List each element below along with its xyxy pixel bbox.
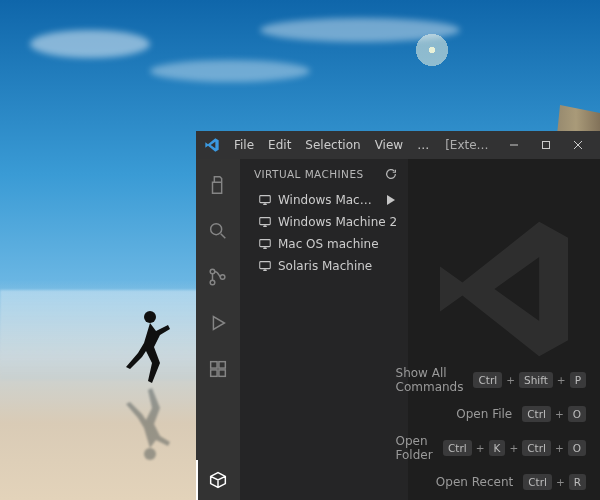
kbd-key: Ctrl	[473, 372, 502, 388]
vm-icon	[258, 193, 272, 207]
activity-explorer[interactable]	[196, 165, 240, 205]
play-icon[interactable]	[382, 192, 398, 208]
vm-tree-item[interactable]: Windows Machine (1)	[248, 189, 404, 211]
activity-virtual-machines[interactable]	[196, 460, 240, 500]
window-title: [Extension Development H…	[437, 138, 496, 152]
svg-rect-7	[211, 362, 217, 368]
svg-point-4	[210, 269, 215, 274]
svg-rect-13	[260, 240, 271, 247]
menu-file[interactable]: File	[228, 131, 260, 159]
svg-point-1	[144, 448, 156, 460]
plus-separator: +	[476, 442, 485, 454]
cloud	[30, 30, 150, 58]
sidebar: VIRTUAL MACHINES Windows Machine (1)Wind…	[240, 159, 408, 500]
kbd-key: P	[570, 372, 586, 388]
vm-tree-item[interactable]: Windows Machine 2	[248, 211, 404, 233]
welcome-tip: Open RecentCtrl+R	[436, 474, 586, 490]
welcome-tip: Open FolderCtrl+K+Ctrl+O	[396, 434, 586, 462]
svg-rect-9	[211, 370, 217, 376]
plus-separator: +	[556, 476, 565, 488]
window-maximize-button[interactable]	[530, 131, 562, 159]
panel-header: VIRTUAL MACHINES	[240, 159, 408, 187]
vm-icon	[258, 237, 272, 251]
tip-shortcut: Ctrl+R	[523, 474, 586, 490]
cloud	[260, 18, 460, 42]
kbd-key: K	[489, 440, 506, 456]
plus-separator: +	[509, 442, 518, 454]
tip-shortcut: Ctrl+Shift+P	[473, 372, 586, 388]
tip-shortcut: Ctrl+O	[522, 406, 586, 422]
tip-label: Open File	[456, 407, 512, 421]
vm-tree: Windows Machine (1)Windows Machine 2Mac …	[240, 187, 408, 279]
kbd-key: Ctrl	[443, 440, 472, 456]
activity-extensions[interactable]	[196, 349, 240, 389]
svg-rect-14	[260, 262, 271, 269]
activity-bar	[196, 159, 240, 500]
svg-rect-11	[260, 196, 271, 203]
window-close-button[interactable]	[562, 131, 594, 159]
vm-icon	[258, 215, 272, 229]
kbd-key: Ctrl	[522, 406, 551, 422]
vm-icon	[258, 259, 272, 273]
svg-point-0	[144, 311, 156, 323]
menu-view[interactable]: View	[369, 131, 409, 159]
runner-silhouette	[120, 307, 172, 385]
welcome-tips: Show All CommandsCtrl+Shift+POpen FileCt…	[396, 366, 586, 490]
plus-separator: +	[555, 442, 564, 454]
plus-separator: +	[557, 374, 566, 386]
svg-rect-10	[219, 370, 225, 376]
vm-label: Windows Machine (1)	[278, 191, 376, 209]
svg-rect-2	[543, 142, 550, 149]
window-minimize-button[interactable]	[498, 131, 530, 159]
menu-overflow[interactable]: …	[411, 131, 435, 159]
kbd-key: Ctrl	[522, 440, 551, 456]
vm-label: Solaris Machine	[278, 257, 398, 275]
kbd-key: O	[568, 440, 586, 456]
activity-source-control[interactable]	[196, 257, 240, 297]
activity-run-debug[interactable]	[196, 303, 240, 343]
tip-label: Show All Commands	[396, 366, 464, 394]
welcome-tip: Open FileCtrl+O	[456, 406, 586, 422]
vm-tree-item[interactable]: Mac OS machine	[248, 233, 404, 255]
svg-rect-12	[260, 218, 271, 225]
vscode-watermark-icon	[424, 209, 584, 369]
kbd-key: Shift	[519, 372, 553, 388]
kbd-key: Ctrl	[523, 474, 552, 490]
svg-point-5	[210, 280, 215, 285]
runner-reflection	[120, 386, 172, 464]
welcome-tip: Show All CommandsCtrl+Shift+P	[396, 366, 586, 394]
plus-separator: +	[506, 374, 515, 386]
kbd-key: R	[569, 474, 586, 490]
vscode-window: File Edit Selection View … [Extension De…	[196, 131, 600, 500]
editor-area: Show All CommandsCtrl+Shift+POpen FileCt…	[408, 159, 600, 500]
svg-point-3	[211, 224, 222, 235]
svg-point-6	[220, 275, 225, 280]
titlebar[interactable]: File Edit Selection View … [Extension De…	[196, 131, 600, 159]
tip-shortcut: Ctrl+K+Ctrl+O	[443, 440, 586, 456]
tip-label: Open Recent	[436, 475, 513, 489]
kbd-key: O	[568, 406, 586, 422]
refresh-button[interactable]	[382, 165, 400, 183]
activity-search[interactable]	[196, 211, 240, 251]
svg-rect-8	[219, 362, 225, 368]
vm-tree-item[interactable]: Solaris Machine	[248, 255, 404, 277]
vscode-logo-icon	[204, 137, 220, 153]
menu-edit[interactable]: Edit	[262, 131, 297, 159]
panel-title: VIRTUAL MACHINES	[254, 168, 364, 180]
vm-label: Mac OS machine	[278, 235, 398, 253]
menu-selection[interactable]: Selection	[299, 131, 366, 159]
plus-separator: +	[555, 408, 564, 420]
tip-label: Open Folder	[396, 434, 433, 462]
vm-label: Windows Machine 2	[278, 213, 398, 231]
cloud	[150, 60, 310, 82]
